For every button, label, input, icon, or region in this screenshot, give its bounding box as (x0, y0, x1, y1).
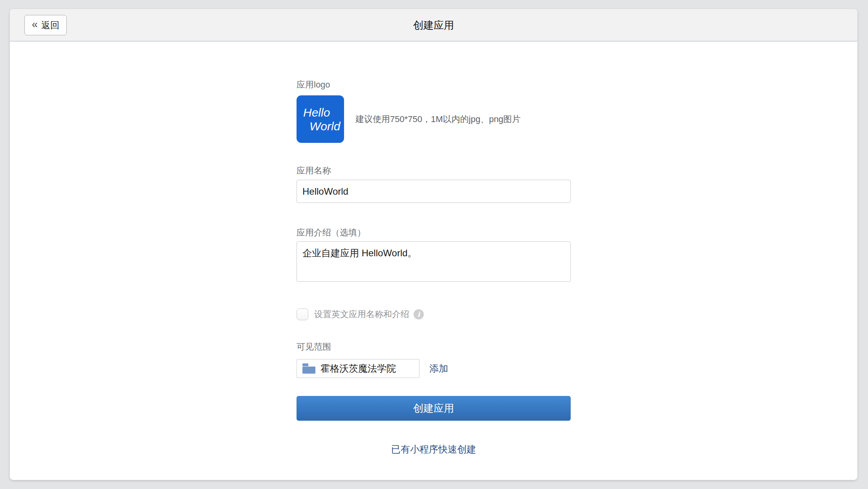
visible-range-label: 可见范围 (297, 341, 857, 352)
quick-create-row: 已有小程序快速创建 (297, 443, 571, 456)
app-intro-label: 应用介绍（选填） (297, 227, 857, 238)
english-option-label: 设置英文应用名称和介绍 (314, 308, 409, 320)
visible-range-item[interactable]: 霍格沃茨魔法学院 (297, 359, 419, 378)
app-logo-label: 应用logo (297, 79, 857, 90)
page-title: 创建应用 (10, 9, 857, 42)
header-bar: « 返回 创建应用 (10, 9, 857, 42)
app-logo-text-line1: Hello (297, 106, 344, 119)
english-option-row: 设置英文应用名称和介绍 i (297, 308, 857, 320)
create-app-form: 应用logo Hello World 建议使用750*750，1M以内的jpg、… (10, 42, 857, 456)
visible-range-item-name: 霍格沃茨魔法学院 (320, 362, 396, 375)
visible-range-row: 霍格沃茨魔法学院 添加 (297, 359, 857, 378)
app-name-label: 应用名称 (297, 165, 857, 176)
english-option-checkbox[interactable] (297, 308, 308, 320)
app-logo-text-line2: World (297, 119, 344, 133)
app-logo-hint: 建议使用750*750，1M以内的jpg、png图片 (355, 113, 521, 125)
app-logo-preview[interactable]: Hello World (297, 95, 344, 143)
create-app-panel: « 返回 创建应用 应用logo Hello World 建议使用750*750… (10, 9, 857, 480)
app-name-input[interactable] (297, 180, 571, 203)
quick-create-link[interactable]: 已有小程序快速创建 (391, 444, 476, 454)
add-range-link[interactable]: 添加 (429, 362, 448, 375)
create-app-button[interactable]: 创建应用 (297, 396, 571, 421)
info-icon[interactable]: i (414, 309, 424, 319)
app-logo-row: Hello World 建议使用750*750，1M以内的jpg、png图片 (297, 95, 857, 143)
folder-icon (302, 363, 316, 374)
app-intro-textarea[interactable]: 企业自建应用 HelloWorld。 (297, 241, 571, 282)
